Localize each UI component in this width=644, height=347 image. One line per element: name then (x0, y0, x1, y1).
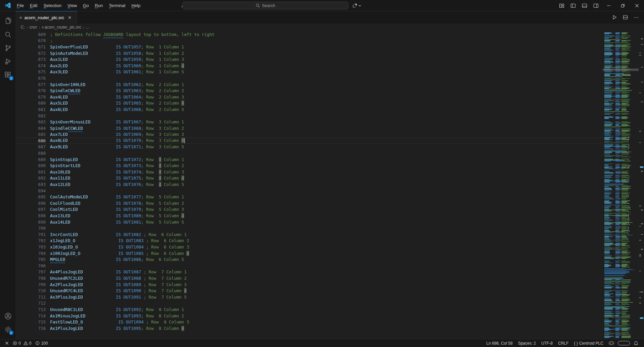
code-line-697[interactable]: 697CoolMistLED IS OUT1079; Row 5 Column … (16, 206, 603, 213)
code-line-711[interactable]: 711Ax3PlusJogLED IS OUT1091 ; Row 7 Colu… (16, 294, 603, 300)
toggle-sidebar-icon[interactable] (568, 1, 578, 10)
toggle-panel-icon[interactable] (580, 1, 589, 10)
code-line-695[interactable]: 695CoolAutoModeLED IS OUT1077; Row 5 Col… (16, 194, 603, 200)
code-line-677[interactable]: 677SpinOver100LED IS OUT1062; Row 2 Colu… (16, 81, 603, 88)
menu-help[interactable]: Help (128, 2, 143, 9)
breadcrumb-item[interactable]: C: (21, 25, 25, 30)
notifications-bell[interactable] (632, 341, 640, 346)
code-line-684[interactable]: 684SpindleCCWLED IS OUT1068; Row 3 Colum… (16, 125, 603, 131)
breadcrumb-item[interactable]: cncr (30, 25, 37, 30)
code-line-712[interactable]: 712 (16, 300, 603, 307)
code-line-685[interactable]: 685Aux7LED IS OUT1069; Row 3 Column 3 (16, 131, 603, 138)
breadcrumb-item[interactable]: ... (86, 25, 89, 30)
code-line-716[interactable]: 716Ax1PlusJogLED IS OUT1095; Row 8 Colum… (16, 325, 603, 332)
account-icon[interactable] (0, 309, 16, 323)
code-line-698[interactable]: 698Aux13LED IS OUT1080; Row 5 Column 4 (16, 213, 603, 219)
tab-close-icon[interactable]: ✕ (68, 15, 72, 20)
code-line-669[interactable]: 669; Definitions follow JOGBOARD layout … (16, 31, 603, 38)
code-line-715[interactable]: 715FastSlowLED_O IS OUT1094 ; Row 8 Colu… (16, 319, 603, 325)
code-line-710[interactable]: 710UnusedR7C4LED IS OUT1090 ; Row 7 Colu… (16, 287, 603, 294)
minimap-line (603, 237, 639, 238)
code-line-713[interactable]: 713UnusedR8C1LED IS OUT1092; Row 8 Colum… (16, 306, 603, 313)
restore-button[interactable] (616, 0, 630, 11)
info-indicator[interactable]: 100 (34, 341, 49, 346)
code-line-692[interactable]: 692Aux11LED IS OUT1075; Row 4 Column 4 (16, 175, 603, 182)
launch-profile-button[interactable] (352, 0, 361, 11)
code-line-680[interactable]: 680Aux5LED IS OUT1065; Row 2 Column 4 (16, 100, 603, 107)
customize-layout-icon[interactable] (557, 1, 566, 10)
code-line-682[interactable]: 682 (16, 113, 603, 119)
problems-indicator[interactable]: 0 0 (11, 341, 33, 346)
code-line-689[interactable]: 689SpinStopLED IS OUT1072; Row 4 Column … (16, 156, 603, 163)
explorer-icon[interactable] (0, 14, 16, 28)
menu-file[interactable]: File (14, 2, 27, 9)
minimize-button[interactable] (602, 0, 616, 11)
menu-go[interactable]: Go (80, 2, 92, 9)
breadcrumb[interactable]: C:›cncr›≡acorn_router_plc.src›... (16, 24, 644, 31)
breadcrumb-item[interactable]: ≡acorn_router_plc.src (42, 25, 81, 30)
code-lines[interactable]: 669; Definitions follow JOGBOARD layout … (16, 31, 603, 339)
code-line-699[interactable]: 699Aux14LED IS OUT1081; Row 5 Column 5 (16, 219, 603, 225)
search-sidebar-icon[interactable] (0, 28, 16, 41)
split-editor-icon[interactable] (623, 15, 628, 20)
encoding[interactable]: UTF-8 (540, 341, 554, 346)
code-line-683[interactable]: 683SpinOverMinusLED IS OUT1067; Row 3 Co… (16, 119, 603, 125)
menu-view[interactable]: View (65, 2, 80, 9)
overview-ruler-scrollbar[interactable] (639, 31, 644, 339)
more-actions-icon[interactable]: ⋯ (634, 14, 639, 21)
code-line-686[interactable]: 686Aux8LED IS OUT1070; Row 3 Column 4 (16, 138, 603, 144)
code-line-672[interactable]: 672SpinAutoModeLED IS OUT1058; Row 1 Col… (16, 50, 603, 56)
toggle-secondary-sidebar-icon[interactable] (591, 1, 601, 10)
code-line-705[interactable]: 705MPGLED IS OUT1086; Row 6 Column 5 (16, 256, 603, 263)
menu-run[interactable]: Run (92, 2, 106, 9)
source-control-icon[interactable] (0, 41, 16, 55)
code-line-696[interactable]: 696CoolFloodLED IS OUT1078; Row 5 Column… (16, 200, 603, 206)
run-debug-icon[interactable] (0, 55, 16, 68)
code-line-673[interactable]: 673Aux1LED IS OUT1059; Row 1 Column 3 (16, 56, 603, 63)
menu-terminal[interactable]: Terminal (106, 2, 128, 9)
code-line-700[interactable]: 700 (16, 225, 603, 231)
code-line-694[interactable]: 694 (16, 188, 603, 194)
code-line-678[interactable]: 678SpindleCWLED IS OUT1063; Row 2 Column… (16, 87, 603, 94)
copilot-pill-indicator[interactable] (618, 341, 630, 345)
minimap[interactable] (603, 31, 639, 339)
code-line-688[interactable]: 688 (16, 150, 603, 156)
line-content: SpinOverPlusLED IS OUT1057; Row 1 Column… (50, 44, 184, 49)
code-line-690[interactable]: 690SpinStartLED IS OUT1073; Row 4 Column… (16, 162, 603, 169)
run-file-icon[interactable] (612, 15, 617, 20)
code-line-674[interactable]: 674Aux2LED IS OUT1060; Row 1 Column 4 (16, 63, 603, 69)
cursor-position[interactable]: Ln 686, Col 58 (485, 341, 514, 346)
close-window-button[interactable] (630, 0, 644, 11)
tab-acorn-router-plc[interactable]: ≡ acorn_router_plc.src ✕ (16, 11, 77, 24)
code-line-671[interactable]: 671SpinOverPlusLED IS OUT1057; Row 1 Col… (16, 44, 603, 50)
extensions-icon[interactable]: 0 1 (0, 68, 16, 82)
code-line-679[interactable]: 679Aux4LED IS OUT1064; Row 2 Column 3 (16, 94, 603, 100)
code-line-714[interactable]: 714Ax1MinusJogLED IS OUT1093; Row 8 Colu… (16, 313, 603, 319)
settings-gear-icon[interactable]: 1 (0, 323, 16, 336)
code-line-706[interactable]: 706 (16, 263, 603, 269)
breadcrumb-separator: › (39, 25, 40, 29)
code-line-709[interactable]: 709Ax2PlusJogLED IS OUT1089 ; Row 7 Colu… (16, 281, 603, 288)
remote-indicator[interactable] (3, 341, 10, 345)
language-mode[interactable]: { } Centroid PLC (572, 341, 605, 346)
code-line-703[interactable]: 703x10JogLED_O IS OUT1084 ; Row 6 Column… (16, 244, 603, 250)
menu-edit[interactable]: Edit (27, 2, 40, 9)
code-line-702[interactable]: 702x1JogLED_O IS OUT1083 ; Row 6 Column … (16, 238, 603, 244)
menu-selection[interactable]: Selection (40, 2, 64, 9)
code-line-676[interactable]: 676 (16, 75, 603, 81)
code-line-691[interactable]: 691Aux10LED IS OUT1074; Row 4 Column 3 (16, 169, 603, 175)
code-line-687[interactable]: 687Aux9LED IS OUT1071; Row 3 Column 5 (16, 144, 603, 150)
code-line-693[interactable]: 693Aux12LED IS OUT1076; Row 4 Column 5 (16, 181, 603, 188)
command-center-search[interactable]: Search (182, 2, 348, 9)
eol-sequence[interactable]: CRLF (556, 341, 570, 346)
indentation[interactable]: Spaces: 2 (516, 341, 538, 346)
code-line-681[interactable]: 681Aux6LED IS OUT1066; Row 2 Column 5 (16, 106, 603, 113)
code-line-707[interactable]: 707Ax4PlusJogLED IS OUT1087 ; Row 7 Colu… (16, 269, 603, 275)
code-line-708[interactable]: 708UnusedR7C2LED IS OUT1088 ; Row 7 Colu… (16, 275, 603, 281)
code-line-701[interactable]: 701IncrContLED IS OUT1082 ; Row 6 Column… (16, 231, 603, 238)
code-line-704[interactable]: 704x100JogLED_O IS OUT1085 ; Row 6 Colum… (16, 250, 603, 257)
code-line-675[interactable]: 675Aux3LED IS OUT1061; Row 1 Column 5 (16, 69, 603, 75)
code-line-670[interactable]: 670; (16, 38, 603, 44)
breadcrumb-separator: › (27, 25, 28, 29)
copilot-status[interactable] (607, 341, 616, 345)
